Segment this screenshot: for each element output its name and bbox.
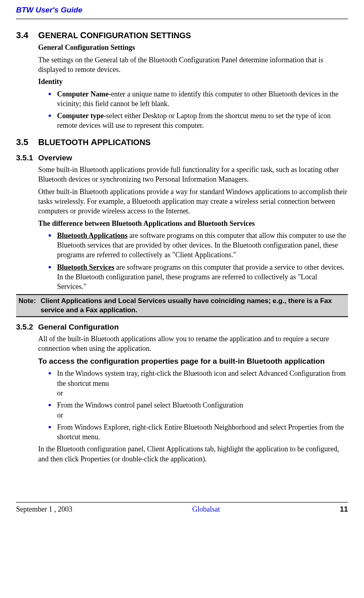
subsection-3-5-1: 3.5.1 Overview [16, 153, 348, 163]
item-label: Computer Name- [57, 90, 111, 98]
list-item: From Windows Explorer, right-click Entir… [48, 422, 348, 442]
note-label: Note: [18, 297, 41, 315]
paragraph: In the Bluetooth configuration panel, Cl… [38, 444, 348, 464]
page-footer: September 1 , 2003 Globalsat 11 [16, 502, 348, 514]
list-item: Bluetooth Services are software programs… [48, 262, 348, 292]
section-num: 3.5 [16, 136, 38, 148]
item-label: Bluetooth Applications [57, 231, 128, 240]
subsection-num: 3.5.2 [16, 322, 38, 332]
footer-company: Globalsat [192, 504, 220, 514]
section-num: 3.4 [16, 29, 38, 41]
list-item: Computer type-select either Desktop or L… [48, 111, 348, 131]
paragraph: All of the built-in Bluetooth applicatio… [38, 334, 348, 354]
paragraph: The settings on the General tab of the B… [38, 55, 348, 75]
subsection-3-5-2: 3.5.2 General Configuration [16, 322, 348, 332]
item-text: From Windows Explorer, right-click Entir… [57, 423, 344, 441]
or-text: or [57, 411, 63, 419]
item-text: From the Windows control panel select Bl… [57, 401, 243, 409]
paragraph: Other built-in Bluetooth applications pr… [38, 187, 348, 216]
subsection-title: General Configuration [38, 322, 119, 332]
note-text: Client Applications and Local Services u… [41, 297, 346, 315]
item-label: Bluetooth Services [57, 263, 114, 271]
subtitle: General Configuration Settings [38, 43, 348, 52]
list-item: In the Windows system tray, right-click … [48, 369, 348, 398]
section-title: GENERAL CONFIGURATION SETTINGS [38, 29, 191, 41]
section-3-4: 3.4 GENERAL CONFIGURATION SETTINGS [16, 29, 348, 41]
section-title: BLUETOOTH APPLICATIONS [38, 136, 151, 148]
subsection-title: Overview [38, 153, 72, 163]
footer-date: September 1 , 2003 [16, 504, 72, 514]
list-item: From the Windows control panel select Bl… [48, 400, 348, 420]
page-header: BTW User's Guide [16, 0, 348, 19]
identity-label: Identity [38, 77, 348, 86]
or-text: or [57, 389, 63, 397]
section-3-4-content: General Configuration Settings The setti… [38, 43, 348, 130]
item-label: Computer type- [57, 112, 106, 120]
subsection-3-5-1-content: Some built-in Bluetooth applications pro… [38, 165, 348, 292]
subsection-num: 3.5.1 [16, 153, 38, 163]
list-item: Bluetooth Applications are software prog… [48, 231, 348, 260]
page-number: 11 [340, 504, 348, 514]
section-3-5: 3.5 BLUETOOTH APPLICATIONS [16, 136, 348, 148]
subsection-3-5-2-content: All of the built-in Bluetooth applicatio… [38, 334, 348, 464]
list-item: Computer Name-enter a unique name to ide… [48, 89, 348, 109]
item-text: In the Windows system tray, right-click … [57, 369, 346, 387]
access-heading: To access the configuration properties p… [38, 356, 348, 367]
note-box: Note: Client Applications and Local Serv… [16, 294, 348, 317]
paragraph: Some built-in Bluetooth applications pro… [38, 165, 348, 184]
difference-heading: The difference between Bluetooth Applica… [38, 219, 348, 228]
